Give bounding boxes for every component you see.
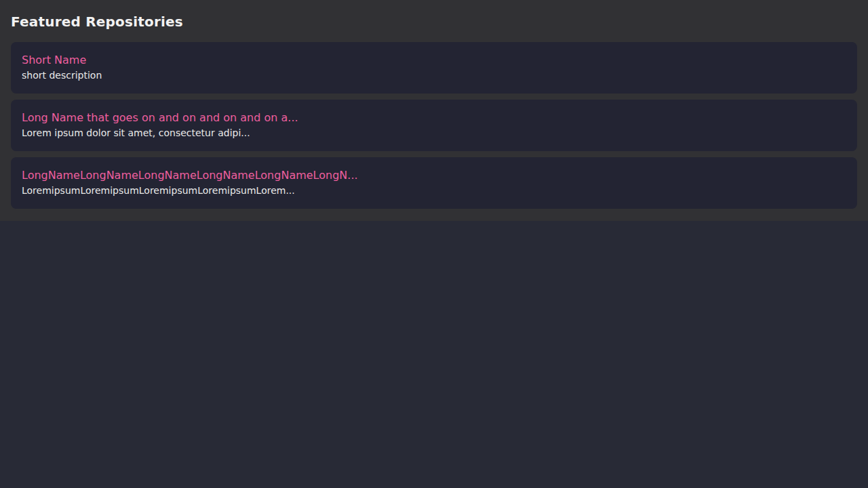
- repo-card[interactable]: LongNameLongNameLongNameLongNameLongName…: [11, 157, 857, 209]
- page-title: Featured Repositories: [11, 14, 857, 30]
- repo-name-link[interactable]: LongNameLongNameLongNameLongNameLongName…: [22, 167, 846, 183]
- repo-name-link[interactable]: Short Name: [22, 52, 846, 68]
- repo-card[interactable]: Long Name that goes on and on and on and…: [11, 100, 857, 151]
- repo-name-link[interactable]: Long Name that goes on and on and on and…: [22, 110, 846, 125]
- repo-description: Lorem ipsum dolor sit amet, consectetur …: [22, 125, 846, 140]
- repo-description: LoremipsumLoremipsumLoremipsumLoremipsum…: [22, 183, 846, 198]
- repo-card-list: Short Name short description Long Name t…: [11, 42, 857, 209]
- repo-card[interactable]: Short Name short description: [11, 42, 857, 94]
- featured-repositories-panel: Featured Repositories Short Name short d…: [0, 0, 868, 221]
- repo-description: short description: [22, 68, 846, 83]
